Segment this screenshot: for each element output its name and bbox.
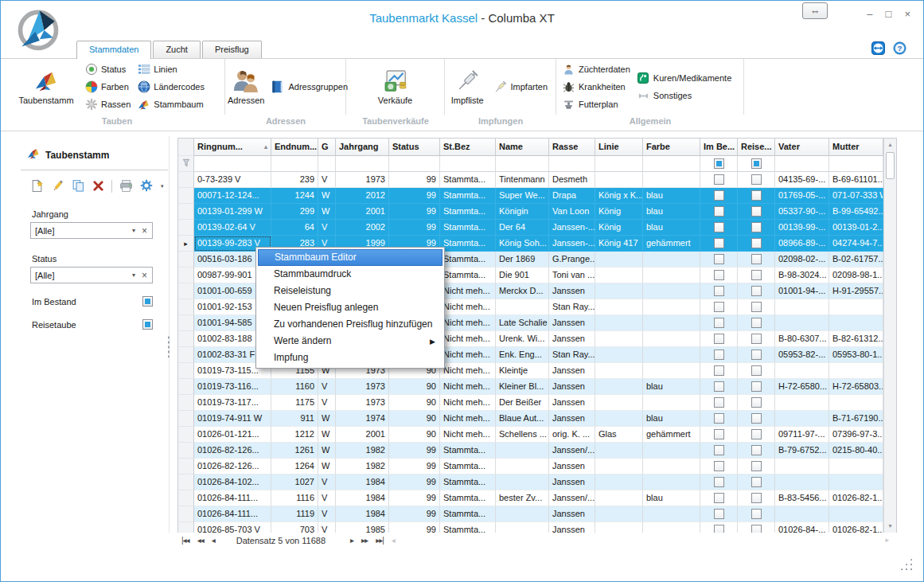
- cell-reise[interactable]: [738, 411, 775, 427]
- row-checkbox[interactable]: [714, 190, 724, 201]
- column-header-linie[interactable]: Linie: [595, 139, 643, 156]
- nav-last-icon[interactable]: ▸▸|: [372, 536, 388, 545]
- row-checkbox[interactable]: [751, 350, 762, 360]
- splitter[interactable]: [169, 136, 170, 533]
- cell-im-be[interactable]: [700, 252, 738, 268]
- row-checkbox[interactable]: [751, 254, 762, 264]
- row-checkbox[interactable]: [714, 270, 724, 280]
- filter-cell-name[interactable]: [496, 156, 549, 172]
- row-checkbox[interactable]: [751, 381, 762, 392]
- row-checkbox[interactable]: [751, 286, 762, 296]
- ribbon-button-krankheiten[interactable]: Krankheiten: [559, 78, 634, 96]
- row-checkbox[interactable]: [714, 174, 724, 185]
- table-row[interactable]: 0-73-239 V239V197399Stammta...Tintenmann…: [178, 172, 896, 188]
- table-row[interactable]: 01026-84-102...1027V198499Stammta...Jans…: [178, 475, 896, 490]
- cell-reise[interactable]: [738, 172, 775, 188]
- row-checkbox[interactable]: [751, 461, 762, 471]
- checkbox-im-bestand[interactable]: [142, 296, 153, 307]
- cell-im-be[interactable]: [700, 331, 738, 347]
- gear-icon[interactable]: [140, 179, 153, 193]
- minimize-icon[interactable]: –: [867, 8, 872, 20]
- row-checkbox[interactable]: [714, 206, 724, 217]
- row-checkbox[interactable]: [714, 365, 724, 376]
- table-row[interactable]: 01026-85-703 V703V198599Stammta...Jansse…: [178, 522, 896, 533]
- cell-reise[interactable]: [738, 188, 775, 204]
- ribbon-button-adressen[interactable]: Adressen: [228, 60, 264, 114]
- help-icon[interactable]: ?: [893, 41, 906, 58]
- row-checkbox[interactable]: [751, 206, 762, 217]
- column-header-jahrgang[interactable]: Jahrgang: [336, 139, 389, 156]
- column-header-vater[interactable]: Vater: [775, 139, 829, 156]
- cell-reise[interactable]: [738, 427, 775, 443]
- cell-im-be[interactable]: [700, 299, 738, 315]
- row-checkbox[interactable]: [751, 334, 762, 344]
- column-header-status[interactable]: Status: [389, 139, 440, 156]
- cell-im-be[interactable]: [700, 506, 738, 522]
- cell-im-be[interactable]: [700, 490, 738, 506]
- menu-item-stammbaumdruck[interactable]: Stammbaumdruck: [258, 266, 443, 283]
- column-header-rasse[interactable]: Rasse: [549, 139, 595, 156]
- new-document-icon[interactable]: [30, 179, 44, 194]
- table-row[interactable]: 00071-12-124...1244W201299Stammta...Supe…: [178, 188, 896, 204]
- row-checkbox[interactable]: [714, 238, 724, 248]
- cell-im-be[interactable]: [700, 363, 738, 379]
- edit-pencil-icon[interactable]: [51, 179, 64, 194]
- cell-reise[interactable]: [738, 315, 775, 331]
- column-header-mutter[interactable]: Mutter: [829, 139, 883, 156]
- ribbon-button-rassen[interactable]: Rassen: [81, 96, 134, 113]
- nav-disabled-icon[interactable]: ◂: [388, 536, 399, 545]
- table-row[interactable]: 01026-84-111...1116V198499Stammta...best…: [178, 490, 896, 506]
- cell-im-be[interactable]: [700, 204, 738, 220]
- cell-reise[interactable]: [738, 459, 775, 475]
- filter-cell-status[interactable]: [389, 156, 440, 172]
- cell-im-be[interactable]: [700, 379, 738, 395]
- column-header-st-bez[interactable]: St.Bez: [440, 139, 496, 156]
- ribbon-button-züchterdaten[interactable]: Züchterdaten: [559, 61, 634, 78]
- filter-cell-linie[interactable]: [595, 156, 643, 172]
- vertical-scrollbar[interactable]: ▴▾: [883, 139, 896, 533]
- clear-icon[interactable]: ×: [140, 270, 152, 281]
- row-checkbox[interactable]: [751, 429, 762, 439]
- cell-im-be[interactable]: [700, 459, 738, 475]
- cell-im-be[interactable]: [700, 172, 738, 188]
- filter-cell-vater[interactable]: [775, 156, 829, 172]
- row-checkbox[interactable]: [714, 493, 724, 503]
- row-checkbox[interactable]: [714, 477, 724, 487]
- cell-reise[interactable]: [738, 490, 775, 506]
- ribbon-button-ländercodes[interactable]: Ländercodes: [134, 78, 208, 96]
- column-header-farbe[interactable]: Farbe: [643, 139, 700, 156]
- cell-reise[interactable]: [738, 379, 775, 395]
- ribbon-button-sonstiges[interactable]: Sonstiges: [634, 87, 735, 104]
- ribbon-button-verkäufe[interactable]: Verkäufe: [361, 60, 431, 114]
- table-row[interactable]: 01026-84-111...1119V198499Stammta...Jans…: [178, 506, 896, 522]
- cell-im-be[interactable]: [700, 236, 738, 252]
- cell-im-be[interactable]: [700, 395, 738, 411]
- filter-checkbox-reise[interactable]: [751, 158, 762, 169]
- ribbon-button-stammbaum[interactable]: Stammbaum: [134, 96, 208, 113]
- row-checkbox[interactable]: [714, 286, 724, 296]
- tab-stammdaten[interactable]: Stammdaten: [76, 41, 151, 59]
- row-checkbox[interactable]: [751, 238, 762, 248]
- table-row[interactable]: 01026-01-121...1212W200190Nicht meh...Sc…: [178, 427, 896, 443]
- row-checkbox[interactable]: [751, 302, 762, 312]
- cell-reise[interactable]: [738, 220, 775, 236]
- ribbon-button-linien[interactable]: Linien: [134, 61, 208, 78]
- filter-cell-g[interactable]: [318, 156, 336, 172]
- ribbon-button-impfliste[interactable]: Impfliste: [447, 60, 488, 114]
- scroll-down-icon[interactable]: ▾: [884, 520, 896, 533]
- row-checkbox[interactable]: [714, 509, 724, 519]
- cell-im-be[interactable]: [700, 443, 738, 459]
- nav-prev-icon[interactable]: ◂: [208, 536, 219, 545]
- cell-im-be[interactable]: [700, 188, 738, 204]
- teamviewer-icon[interactable]: [871, 41, 885, 58]
- maximize-icon[interactable]: □: [886, 8, 892, 20]
- cell-reise[interactable]: [738, 204, 775, 220]
- menu-item-impfung[interactable]: Impfung: [258, 350, 443, 366]
- row-checkbox[interactable]: [751, 365, 762, 376]
- chevron-down-icon[interactable]: ▾: [127, 271, 140, 279]
- table-row[interactable]: 01026-82-126...1264W198299Stammta...Jans…: [178, 459, 896, 475]
- menu-item-neuen-preisflug-anlegen[interactable]: Neuen Preisflug anlegen: [258, 299, 443, 316]
- cell-im-be[interactable]: [700, 411, 738, 427]
- filter-cell-farbe[interactable]: [643, 156, 700, 172]
- clear-icon[interactable]: ×: [140, 225, 152, 236]
